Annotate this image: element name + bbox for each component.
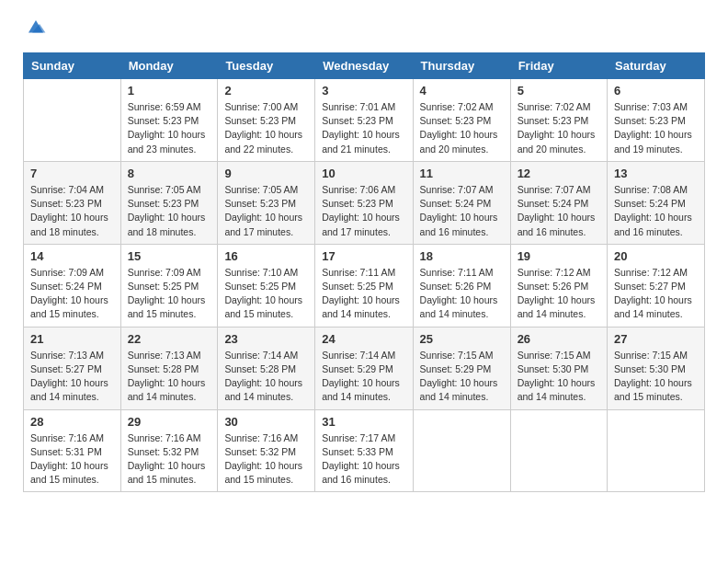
day-number: 30 <box>224 415 308 429</box>
day-info: Sunrise: 7:04 AMSunset: 5:23 PMDaylight:… <box>30 183 114 239</box>
day-info: Sunrise: 7:11 AMSunset: 5:26 PMDaylight:… <box>420 266 504 322</box>
day-info: Sunrise: 7:15 AMSunset: 5:30 PMDaylight:… <box>518 349 600 405</box>
day-number: 10 <box>322 167 405 180</box>
day-info: Sunrise: 7:12 AMSunset: 5:27 PMDaylight:… <box>614 266 698 322</box>
day-info: Sunrise: 7:15 AMSunset: 5:30 PMDaylight:… <box>614 349 698 405</box>
day-number: 24 <box>322 332 405 346</box>
day-cell: 11Sunrise: 7:07 AMSunset: 5:24 PMDayligh… <box>413 161 510 244</box>
day-info: Sunrise: 7:16 AMSunset: 5:31 PMDaylight:… <box>30 431 114 488</box>
day-cell: 8Sunrise: 7:05 AMSunset: 5:23 PMDaylight… <box>120 161 218 244</box>
day-cell: 18Sunrise: 7:11 AMSunset: 5:26 PMDayligh… <box>413 244 510 327</box>
day-info: Sunrise: 7:05 AMSunset: 5:23 PMDaylight:… <box>224 183 308 239</box>
day-info: Sunrise: 7:11 AMSunset: 5:25 PMDaylight:… <box>322 266 405 322</box>
day-info: Sunrise: 7:05 AMSunset: 5:23 PMDaylight:… <box>128 183 211 239</box>
logo <box>23 23 47 43</box>
day-info: Sunrise: 7:13 AMSunset: 5:28 PMDaylight:… <box>128 349 211 405</box>
day-cell: 21Sunrise: 7:13 AMSunset: 5:27 PMDayligh… <box>24 327 121 409</box>
day-number: 26 <box>518 332 600 346</box>
day-number: 18 <box>420 249 504 263</box>
day-cell <box>608 409 705 492</box>
day-cell: 2Sunrise: 7:00 AMSunset: 5:23 PMDaylight… <box>218 79 315 162</box>
week-row-4: 28Sunrise: 7:16 AMSunset: 5:31 PMDayligh… <box>24 409 705 492</box>
day-cell: 5Sunrise: 7:02 AMSunset: 5:23 PMDaylight… <box>510 79 607 162</box>
day-cell: 26Sunrise: 7:15 AMSunset: 5:30 PMDayligh… <box>510 327 607 409</box>
day-cell: 14Sunrise: 7:09 AMSunset: 5:24 PMDayligh… <box>24 244 121 327</box>
day-number: 28 <box>30 415 114 429</box>
header-sunday: Sunday <box>24 53 121 79</box>
day-info: Sunrise: 7:16 AMSunset: 5:32 PMDaylight:… <box>128 431 211 488</box>
day-cell: 28Sunrise: 7:16 AMSunset: 5:31 PMDayligh… <box>24 409 121 492</box>
day-number: 25 <box>420 332 504 346</box>
day-number: 17 <box>322 249 405 263</box>
day-info: Sunrise: 7:08 AMSunset: 5:24 PMDaylight:… <box>614 183 698 239</box>
day-info: Sunrise: 7:10 AMSunset: 5:25 PMDaylight:… <box>224 266 308 322</box>
day-cell: 9Sunrise: 7:05 AMSunset: 5:23 PMDaylight… <box>218 161 315 244</box>
day-number: 5 <box>518 84 600 98</box>
day-number: 21 <box>30 332 114 346</box>
day-cell: 20Sunrise: 7:12 AMSunset: 5:27 PMDayligh… <box>608 244 705 327</box>
day-cell: 12Sunrise: 7:07 AMSunset: 5:24 PMDayligh… <box>510 161 607 244</box>
day-number: 2 <box>224 84 308 98</box>
day-info: Sunrise: 6:59 AMSunset: 5:23 PMDaylight:… <box>128 100 211 156</box>
day-cell: 16Sunrise: 7:10 AMSunset: 5:25 PMDayligh… <box>218 244 315 327</box>
day-info: Sunrise: 7:02 AMSunset: 5:23 PMDaylight:… <box>420 100 504 156</box>
header-saturday: Saturday <box>608 53 705 79</box>
day-cell: 31Sunrise: 7:17 AMSunset: 5:33 PMDayligh… <box>315 409 413 492</box>
day-cell: 19Sunrise: 7:12 AMSunset: 5:26 PMDayligh… <box>510 244 607 327</box>
week-row-2: 14Sunrise: 7:09 AMSunset: 5:24 PMDayligh… <box>24 244 705 327</box>
day-number: 14 <box>30 249 114 263</box>
day-info: Sunrise: 7:00 AMSunset: 5:23 PMDaylight:… <box>224 100 308 156</box>
day-number: 11 <box>420 167 504 180</box>
day-cell <box>510 409 607 492</box>
day-info: Sunrise: 7:03 AMSunset: 5:23 PMDaylight:… <box>614 100 698 156</box>
day-number: 12 <box>518 167 600 180</box>
day-cell: 25Sunrise: 7:15 AMSunset: 5:29 PMDayligh… <box>413 327 510 409</box>
day-cell <box>413 409 510 492</box>
day-number: 6 <box>614 84 698 98</box>
day-info: Sunrise: 7:14 AMSunset: 5:28 PMDaylight:… <box>224 349 308 405</box>
day-cell: 13Sunrise: 7:08 AMSunset: 5:24 PMDayligh… <box>608 161 705 244</box>
day-cell: 3Sunrise: 7:01 AMSunset: 5:23 PMDaylight… <box>315 79 413 162</box>
day-number: 27 <box>614 332 698 346</box>
day-info: Sunrise: 7:09 AMSunset: 5:25 PMDaylight:… <box>128 266 211 322</box>
day-cell <box>24 79 121 162</box>
day-number: 13 <box>614 167 698 180</box>
day-cell: 27Sunrise: 7:15 AMSunset: 5:30 PMDayligh… <box>608 327 705 409</box>
day-cell: 24Sunrise: 7:14 AMSunset: 5:29 PMDayligh… <box>315 327 413 409</box>
week-row-3: 21Sunrise: 7:13 AMSunset: 5:27 PMDayligh… <box>24 327 705 409</box>
day-number: 16 <box>224 249 308 263</box>
day-info: Sunrise: 7:16 AMSunset: 5:32 PMDaylight:… <box>224 431 308 488</box>
day-number: 20 <box>614 249 698 263</box>
day-cell: 15Sunrise: 7:09 AMSunset: 5:25 PMDayligh… <box>120 244 218 327</box>
day-info: Sunrise: 7:13 AMSunset: 5:27 PMDaylight:… <box>30 349 114 405</box>
day-number: 4 <box>420 84 504 98</box>
week-row-1: 7Sunrise: 7:04 AMSunset: 5:23 PMDaylight… <box>24 161 705 244</box>
day-cell: 30Sunrise: 7:16 AMSunset: 5:32 PMDayligh… <box>218 409 315 492</box>
day-cell: 7Sunrise: 7:04 AMSunset: 5:23 PMDaylight… <box>24 161 121 244</box>
day-info: Sunrise: 7:06 AMSunset: 5:23 PMDaylight:… <box>322 183 405 239</box>
day-info: Sunrise: 7:01 AMSunset: 5:23 PMDaylight:… <box>322 100 405 156</box>
header-wednesday: Wednesday <box>315 53 413 79</box>
day-info: Sunrise: 7:14 AMSunset: 5:29 PMDaylight:… <box>322 349 405 405</box>
day-info: Sunrise: 7:07 AMSunset: 5:24 PMDaylight:… <box>420 183 504 239</box>
week-row-0: 1Sunrise: 6:59 AMSunset: 5:23 PMDaylight… <box>24 79 705 162</box>
day-info: Sunrise: 7:12 AMSunset: 5:26 PMDaylight:… <box>518 266 600 322</box>
day-info: Sunrise: 7:07 AMSunset: 5:24 PMDaylight:… <box>518 183 600 239</box>
logo-icon <box>25 17 47 39</box>
day-number: 1 <box>128 84 211 98</box>
calendar-header-row: SundayMondayTuesdayWednesdayThursdayFrid… <box>24 53 705 79</box>
day-number: 8 <box>128 167 211 180</box>
header-monday: Monday <box>120 53 218 79</box>
day-info: Sunrise: 7:02 AMSunset: 5:23 PMDaylight:… <box>518 100 600 156</box>
day-number: 22 <box>128 332 211 346</box>
day-number: 19 <box>518 249 600 263</box>
day-number: 3 <box>322 84 405 98</box>
day-info: Sunrise: 7:09 AMSunset: 5:24 PMDaylight:… <box>30 266 114 322</box>
day-info: Sunrise: 7:15 AMSunset: 5:29 PMDaylight:… <box>420 349 504 405</box>
day-number: 31 <box>322 415 405 429</box>
header-friday: Friday <box>510 53 607 79</box>
day-cell: 22Sunrise: 7:13 AMSunset: 5:28 PMDayligh… <box>120 327 218 409</box>
day-number: 9 <box>224 167 308 180</box>
day-cell: 10Sunrise: 7:06 AMSunset: 5:23 PMDayligh… <box>315 161 413 244</box>
day-info: Sunrise: 7:17 AMSunset: 5:33 PMDaylight:… <box>322 431 405 488</box>
